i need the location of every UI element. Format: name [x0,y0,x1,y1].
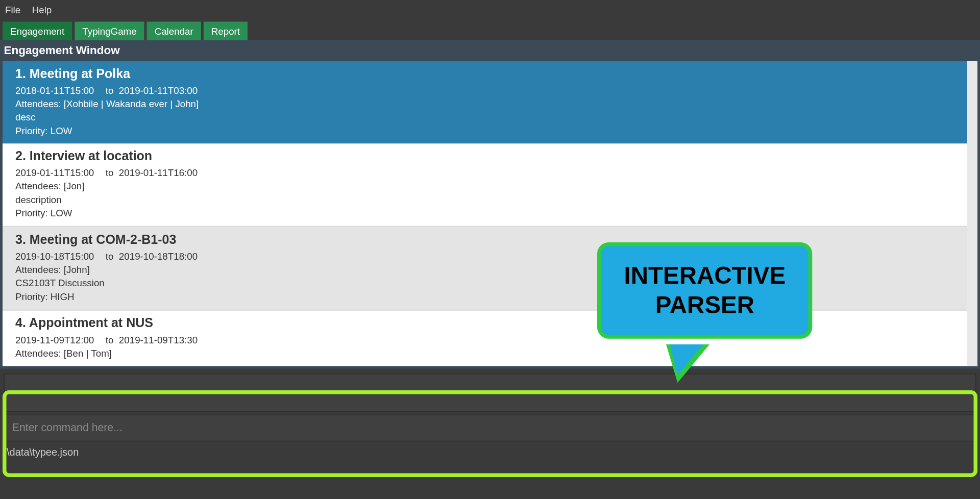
engagement-attendees: Attendees: [Xohbile | Wakanda ever | Joh… [15,97,954,110]
engagement-time: 2019-10-18T15:00to 2019-10-18T18:00 [15,250,954,263]
engagement-priority: Priority: LOW [15,206,954,219]
engagement-list: 1. Meeting at Polka2018-01-11T15:00to 20… [3,61,977,366]
engagement-item[interactable]: 2. Interview at location2019-01-11T15:00… [3,143,967,227]
engagement-item[interactable]: 1. Meeting at Polka2018-01-11T15:00to 20… [3,61,967,143]
window-title: Engagement Window [3,41,977,61]
engagement-description: desc [15,110,954,123]
command-input-wrap [4,415,976,442]
engagement-time: 2019-11-09T12:00to 2019-11-09T13:30 [15,333,954,346]
callout-text: INTERACTIVE PARSER [624,262,786,320]
callout-annotation: INTERACTIVE PARSER [597,242,813,339]
engagement-item[interactable]: 3. Meeting at COM-2-B1-032019-10-18T15:0… [3,227,967,311]
tab-typinggame[interactable]: TypingGame [75,22,144,40]
engagement-title: 3. Meeting at COM-2-B1-03 [15,232,954,247]
engagement-attendees: Attendees: [Ben | Tom] [15,346,954,360]
tab-calendar[interactable]: Calendar [147,22,201,40]
engagement-time: 2018-01-11T15:00to 2019-01-11T03:00 [15,84,954,97]
content-area: Engagement Window 1. Meeting at Polka201… [0,40,980,369]
engagement-title: 2. Interview at location [15,148,954,163]
command-input[interactable] [12,421,968,434]
engagement-title: 4. Appointment at NUS [15,316,954,331]
engagement-description: CS2103T Discussion [15,276,954,289]
engagement-priority: Priority: HIGH [15,290,954,303]
engagement-item[interactable]: 4. Appointment at NUS2019-11-09T12:00to … [3,311,967,366]
engagement-attendees: Attendees: [John] [15,263,954,276]
menu-file[interactable]: File [5,4,20,15]
statusbar-path: .\data\typee.json [0,441,980,458]
engagement-attendees: Attendees: [Jon] [15,179,954,192]
tabbar: EngagementTypingGameCalendarReport [0,19,980,40]
tab-report[interactable]: Report [204,22,248,40]
scrollbar[interactable] [967,61,977,366]
engagement-title: 1. Meeting at Polka [15,66,954,81]
engagement-priority: Priority: LOW [15,124,954,137]
menu-help[interactable]: Help [32,4,52,15]
engagement-time: 2019-01-11T15:00to 2019-01-11T16:00 [15,166,954,179]
menubar: File Help [0,0,980,19]
engagement-description: description [15,193,954,206]
tab-engagement[interactable]: Engagement [3,22,72,40]
feedback-box [4,374,976,412]
